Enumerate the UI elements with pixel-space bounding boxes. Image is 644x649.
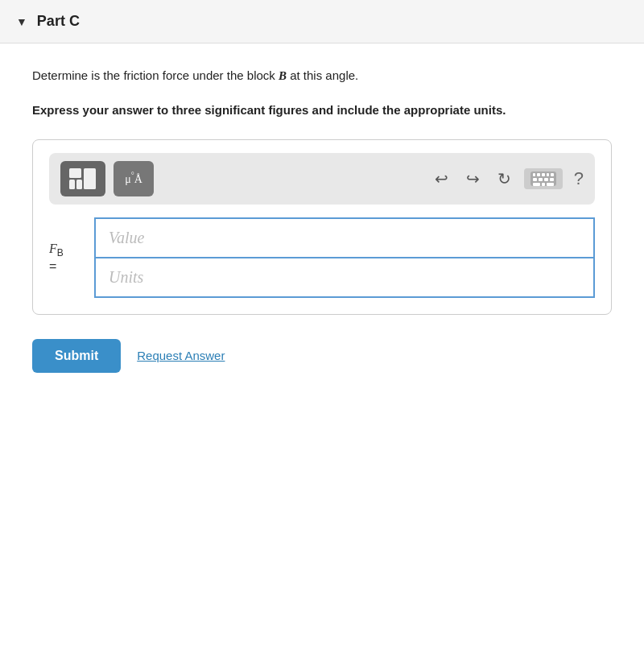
answer-container: μ°Å ↩ ↪ ↻ bbox=[32, 139, 612, 315]
chevron-down-icon: ▼ bbox=[16, 15, 27, 28]
part-header[interactable]: ▼ Part C bbox=[0, 0, 644, 43]
question-text: Determine is the friction force under th… bbox=[32, 66, 612, 85]
value-input[interactable] bbox=[94, 217, 595, 258]
equation-label: FB = bbox=[49, 241, 81, 275]
redo-button[interactable]: ↪ bbox=[461, 166, 485, 192]
keyboard-button[interactable] bbox=[524, 168, 563, 189]
svg-rect-1 bbox=[69, 180, 75, 189]
page-container: ▼ Part C Determine is the friction force… bbox=[0, 0, 644, 397]
help-button[interactable]: ? bbox=[574, 168, 584, 189]
keyboard-icon bbox=[530, 172, 556, 186]
svg-rect-2 bbox=[76, 180, 82, 189]
input-fields bbox=[94, 217, 595, 298]
buttons-row: Submit Request Answer bbox=[32, 339, 612, 381]
toolbar: μ°Å ↩ ↪ ↻ bbox=[49, 153, 595, 205]
svg-rect-3 bbox=[84, 168, 96, 189]
reset-button[interactable]: ↻ bbox=[493, 166, 516, 192]
request-answer-button[interactable]: Request Answer bbox=[137, 349, 225, 362]
submit-button[interactable]: Submit bbox=[32, 339, 121, 373]
block-icon-button[interactable] bbox=[60, 161, 105, 196]
svg-rect-0 bbox=[69, 168, 81, 178]
units-input[interactable] bbox=[94, 258, 595, 298]
part-title: Part C bbox=[37, 13, 80, 30]
block-grid-icon bbox=[68, 167, 97, 190]
instruction-text: Express your answer to three significant… bbox=[32, 101, 612, 120]
content-area: Determine is the friction force under th… bbox=[0, 43, 644, 397]
undo-button[interactable]: ↩ bbox=[430, 166, 453, 192]
mu-a-button[interactable]: μ°Å bbox=[114, 161, 154, 196]
equation-row: FB = bbox=[49, 217, 595, 298]
